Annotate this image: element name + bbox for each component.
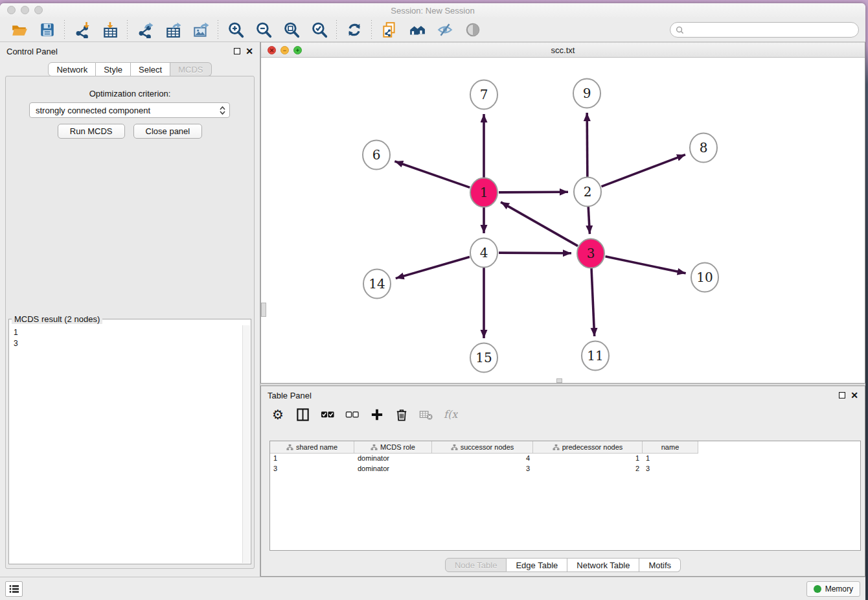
settings-button[interactable]: ⚙ — [270, 406, 287, 424]
edge-3-11[interactable] — [591, 268, 595, 336]
cell-predecessor-nodes: 1 — [533, 454, 643, 464]
open-session-icon — [11, 21, 28, 38]
minimize-window-button[interactable] — [21, 6, 29, 14]
float-panel-icon[interactable] — [234, 48, 240, 54]
node-8[interactable]: 8 — [690, 133, 717, 163]
criterion-dropdown[interactable]: strongly connected component — [29, 102, 230, 118]
edge-4-3[interactable] — [499, 253, 571, 253]
deselect-all-button[interactable] — [344, 406, 361, 424]
zoom-selected-button[interactable] — [305, 19, 333, 41]
add-button[interactable] — [369, 406, 385, 424]
tab-mcds[interactable]: MCDS — [170, 62, 211, 76]
close-panel-icon[interactable]: ✕ — [246, 48, 253, 54]
table-row[interactable]: 3dominator323 — [270, 464, 860, 474]
tab-edge-table[interactable]: Edge Table — [507, 558, 567, 572]
edge-4-14[interactable] — [396, 257, 470, 278]
mcds-result-box: MCDS result (2 nodes) 13 — [8, 319, 251, 564]
zoom-fit-button[interactable] — [277, 19, 305, 41]
search-input[interactable] — [684, 25, 853, 34]
node-15[interactable]: 15 — [470, 343, 497, 373]
column-header-successor-nodes[interactable]: successor nodes — [432, 441, 533, 454]
mcds-panel: Optimization criterion: strongly connect… — [5, 76, 255, 569]
cell-name: 1 — [643, 454, 698, 464]
canvas-bottom-grip[interactable] — [556, 378, 562, 383]
tab-select[interactable]: Select — [131, 62, 170, 76]
edge-3-1[interactable] — [501, 202, 578, 246]
node-3[interactable]: 3 — [577, 239, 604, 268]
save-session-button[interactable] — [33, 19, 61, 41]
column-header-name[interactable]: name — [643, 441, 698, 454]
column-view-button[interactable] — [295, 406, 312, 424]
refresh-button[interactable] — [340, 19, 368, 41]
open-session-button[interactable] — [5, 19, 33, 41]
tab-style[interactable]: Style — [96, 62, 131, 76]
hide-selected-button[interactable] — [431, 19, 459, 41]
result-scrollbar[interactable] — [242, 325, 250, 563]
network-maximize-button[interactable]: + — [293, 46, 302, 54]
node-7[interactable]: 7 — [470, 80, 497, 110]
tab-network[interactable]: Network — [48, 62, 96, 76]
close-window-button[interactable] — [7, 6, 16, 14]
svg-text:6: 6 — [372, 147, 381, 163]
import-table-icon — [102, 21, 119, 38]
run-mcds-button[interactable]: Run MCDS — [58, 124, 125, 139]
network-from-selection-button[interactable] — [375, 19, 403, 41]
show-all-button[interactable] — [459, 19, 486, 41]
close-table-panel-icon[interactable]: ✕ — [851, 392, 858, 398]
cell-shared-name: 1 — [270, 454, 354, 464]
node-11[interactable]: 11 — [582, 341, 609, 371]
export-image-button[interactable] — [187, 19, 214, 41]
edge-2-9[interactable] — [587, 113, 588, 177]
node-10[interactable]: 10 — [691, 263, 718, 292]
column-header-shared-name[interactable]: shared name — [270, 441, 354, 454]
node-1[interactable]: 1 — [470, 178, 497, 207]
svg-text:1: 1 — [480, 185, 488, 200]
node-4[interactable]: 4 — [470, 238, 497, 268]
delete-button[interactable] — [393, 406, 410, 424]
import-network-button[interactable] — [68, 19, 96, 41]
task-history-button[interactable] — [5, 581, 23, 597]
table-row[interactable]: 1dominator411 — [270, 454, 860, 464]
memory-button[interactable]: Memory — [806, 581, 860, 597]
network-canvas[interactable]: 7968124314101511 — [261, 58, 865, 383]
svg-text:8: 8 — [700, 140, 708, 156]
node-6[interactable]: 6 — [363, 141, 390, 170]
edge-3-10[interactable] — [606, 257, 686, 273]
column-header-predecessor-nodes[interactable]: predecessor nodes — [533, 441, 643, 454]
edge-2-3[interactable] — [588, 207, 589, 234]
status-bar: Memory — [0, 577, 865, 600]
node-2[interactable]: 2 — [574, 178, 601, 207]
svg-text:2: 2 — [584, 184, 592, 200]
node-14[interactable]: 14 — [363, 270, 391, 299]
app-titlebar: Session: New Session — [0, 3, 865, 17]
canvas-left-grip[interactable] — [261, 303, 266, 317]
node-9[interactable]: 9 — [573, 79, 600, 108]
function-button: f(x) — [442, 406, 459, 424]
result-line: 3 — [14, 338, 246, 349]
zoom-window-button[interactable] — [34, 6, 43, 14]
zoom-out-button[interactable] — [249, 19, 277, 41]
network-minimize-button[interactable]: − — [280, 46, 289, 54]
first-neighbors-button[interactable] — [403, 19, 431, 41]
zoom-in-button[interactable] — [222, 19, 249, 41]
toolbar-separator — [218, 20, 218, 40]
tab-node-table[interactable]: Node Table — [445, 558, 507, 572]
export-table-button[interactable] — [159, 19, 187, 41]
edge-2-8[interactable] — [602, 155, 685, 187]
column-header-MCDS-role[interactable]: MCDS role — [354, 441, 432, 454]
close-panel-button[interactable]: Close panel — [133, 124, 203, 139]
search-field[interactable] — [670, 22, 859, 38]
import-table-button[interactable] — [96, 19, 124, 41]
select-all-button[interactable] — [319, 406, 336, 424]
svg-text:4: 4 — [480, 245, 488, 260]
tab-network-table[interactable]: Network Table — [567, 558, 639, 572]
mcds-result-text[interactable]: 13 — [10, 325, 250, 563]
edge-1-2[interactable] — [499, 192, 568, 192]
svg-text:⚙: ⚙ — [272, 408, 284, 422]
float-table-panel-icon[interactable] — [839, 392, 845, 398]
network-close-button[interactable]: ✕ — [268, 46, 276, 54]
edge-1-6[interactable] — [394, 161, 470, 188]
tab-motifs[interactable]: Motifs — [639, 558, 681, 572]
toolbar-separator — [371, 20, 372, 40]
export-network-button[interactable] — [131, 19, 159, 41]
